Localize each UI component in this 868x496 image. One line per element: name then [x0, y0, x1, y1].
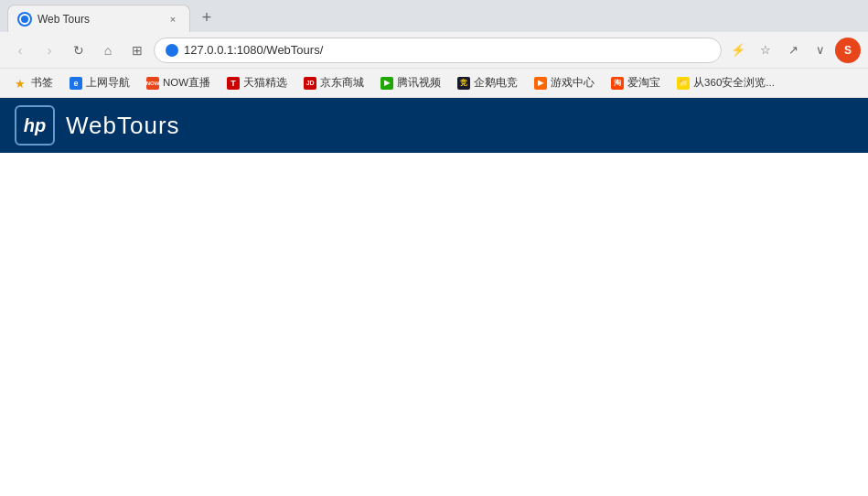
sogou-icon: S — [844, 44, 852, 57]
bookmark-item-navigation[interactable]: e 上网导航 — [62, 73, 137, 92]
star-icon: ☆ — [760, 43, 771, 57]
address-favicon-icon — [166, 44, 178, 57]
forward-button[interactable]: › — [37, 38, 62, 63]
bookmark-label-navigation: 上网导航 — [86, 76, 130, 90]
share-icon: ↗ — [788, 43, 798, 57]
hp-logo: hp — [15, 105, 55, 146]
bookmark-e-icon: e — [70, 77, 82, 90]
lightning-button[interactable]: ⚡ — [725, 38, 751, 63]
bookmark-esports-icon: 竞 — [457, 77, 470, 90]
bookmark-label-game: 游戏中心 — [551, 76, 595, 90]
bookmark-now-icon: NOW — [146, 77, 159, 90]
more-icon: ∨ — [816, 43, 825, 57]
tab-favicon-icon — [17, 12, 32, 27]
bookmark-jd-icon: JD — [304, 77, 316, 90]
bookmark-item-tmall[interactable]: T 天猫精选 — [220, 73, 295, 92]
bookmark-label-now: NOW直播 — [163, 76, 210, 90]
new-tab-button[interactable]: + — [194, 5, 220, 30]
active-tab[interactable]: Web Tours × — [7, 5, 190, 32]
bookmark-label-bookmarks: 书签 — [31, 76, 53, 90]
bookmark-tmall-icon: T — [227, 77, 240, 90]
webtours-title: WebTours — [66, 112, 180, 140]
bookmark-label-360: 从360安全浏览... — [693, 76, 775, 90]
nav-bar: ‹ › ↻ ⌂ ⊞ 127.0.0.1:1080/WebTours/ ⚡ ☆ ↗… — [0, 32, 868, 69]
back-icon: ‹ — [18, 43, 23, 58]
bookmark-label-tmall: 天猫精选 — [243, 76, 287, 90]
home-button[interactable]: ⌂ — [95, 38, 121, 63]
page-content: hp WebTours — [0, 98, 868, 496]
bookmark-item-bookmarks[interactable]: ★ 书签 — [7, 73, 60, 92]
bookmarks-bar: ★ 书签 e 上网导航 NOW NOW直播 T 天猫精选 JD 京东商城 ▶ 腾… — [0, 69, 868, 98]
address-bar[interactable]: 127.0.0.1:1080/WebTours/ — [154, 38, 722, 63]
tab-close-button[interactable]: × — [166, 12, 180, 27]
sogou-button[interactable]: S — [835, 38, 861, 63]
more-button[interactable]: ∨ — [808, 38, 833, 63]
refresh-icon: ↻ — [73, 43, 84, 58]
bookmark-item-360[interactable]: 📁 从360安全浏览... — [670, 73, 782, 92]
bookmark-tencent-icon: ▶ — [380, 77, 393, 90]
bookmark-label-tencent: 腾讯视频 — [397, 76, 441, 90]
bookmark-item-esports[interactable]: 竞 企鹅电竞 — [450, 73, 525, 92]
lightning-icon: ⚡ — [731, 43, 745, 57]
tab-bar: Web Tours × + — [0, 0, 868, 32]
forward-icon: › — [48, 43, 52, 58]
bookmark-item-jd[interactable]: JD 京东商城 — [296, 73, 371, 92]
reader-icon: ⊞ — [132, 43, 143, 58]
nav-right-buttons: ⚡ ☆ ↗ ∨ S — [725, 38, 861, 63]
home-icon: ⌂ — [104, 43, 112, 58]
address-text: 127.0.0.1:1080/WebTours/ — [184, 43, 710, 57]
reader-button[interactable]: ⊞ — [124, 38, 150, 63]
bookmark-label-jd: 京东商城 — [320, 76, 364, 90]
bookmark-item-taobao[interactable]: 淘 爱淘宝 — [604, 73, 668, 92]
bookmark-star-icon: ★ — [15, 77, 27, 90]
bookmark-game-icon: ▶ — [534, 77, 547, 90]
bookmark-item-tencent[interactable]: ▶ 腾讯视频 — [373, 73, 448, 92]
share-button[interactable]: ↗ — [780, 38, 806, 63]
hp-logo-text: hp — [24, 115, 46, 136]
star-button[interactable]: ☆ — [753, 38, 778, 63]
bookmark-item-game[interactable]: ▶ 游戏中心 — [527, 73, 602, 92]
tab-title: Web Tours — [38, 13, 160, 26]
bookmark-item-now[interactable]: NOW NOW直播 — [139, 73, 218, 92]
bookmark-label-taobao: 爱淘宝 — [627, 76, 660, 90]
bookmark-360-icon: 📁 — [677, 77, 690, 90]
refresh-button[interactable]: ↻ — [66, 38, 91, 63]
bookmark-label-esports: 企鹅电竞 — [474, 76, 518, 90]
bookmark-taobao-icon: 淘 — [611, 77, 624, 90]
back-button[interactable]: ‹ — [7, 38, 33, 63]
webtours-header: hp WebTours — [0, 98, 868, 153]
